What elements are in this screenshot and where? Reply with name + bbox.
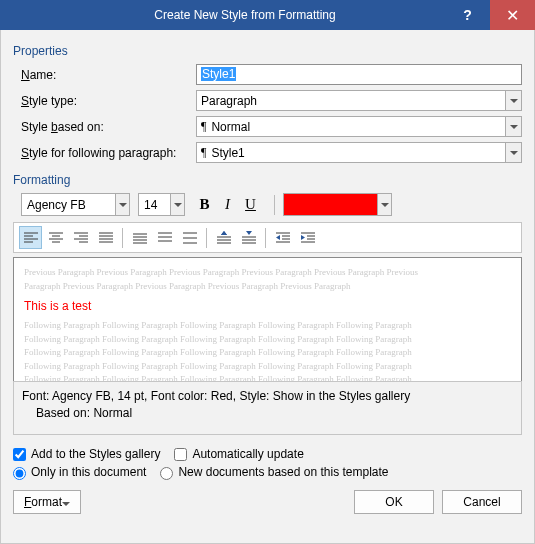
name-label: Name: <box>21 68 196 82</box>
size-combo[interactable]: 14 <box>138 193 185 216</box>
format-button[interactable]: FFormatormat <box>13 490 81 514</box>
align-left-button[interactable] <box>19 226 42 249</box>
style-type-combo[interactable]: Paragraph <box>196 90 522 111</box>
close-button[interactable]: ✕ <box>490 0 535 30</box>
chevron-down-icon[interactable] <box>505 142 522 163</box>
formatting-section: Formatting <box>13 173 522 187</box>
svg-marker-35 <box>246 231 252 235</box>
sample-text: This is a test <box>24 299 511 313</box>
following-paragraph-combo[interactable]: ¶Style1 <box>196 142 522 163</box>
font-color-combo[interactable] <box>283 193 392 216</box>
separator <box>265 228 266 248</box>
align-center-button[interactable] <box>44 226 67 249</box>
chevron-down-icon[interactable] <box>505 116 522 137</box>
align-justify-button[interactable] <box>94 226 117 249</box>
title-bar: Create New Style from Formatting ? ✕ <box>0 0 535 30</box>
following-label: Style for following paragraph: <box>21 146 196 160</box>
size-value: 14 <box>144 198 157 212</box>
indent-inc-button[interactable] <box>296 226 319 249</box>
chevron-down-icon[interactable] <box>115 193 130 216</box>
description-box: Font: Agency FB, 14 pt, Font color: Red,… <box>13 381 522 435</box>
basedon-value: Normal <box>211 120 250 134</box>
color-swatch <box>283 193 378 216</box>
separator <box>274 195 275 215</box>
underline-button[interactable]: U <box>239 193 262 216</box>
ok-button[interactable]: OK <box>354 490 434 514</box>
based-on-combo[interactable]: ¶Normal <box>196 116 522 137</box>
svg-marker-30 <box>221 231 227 235</box>
preview-pane: Previous Paragraph Previous Paragraph Pr… <box>13 257 522 382</box>
pilcrow-icon: ¶ <box>201 119 206 134</box>
pilcrow-icon: ¶ <box>201 145 206 160</box>
name-input[interactable]: Style1 <box>196 64 522 85</box>
font-combo[interactable]: Agency FB <box>21 193 130 216</box>
add-gallery-checkbox[interactable]: Add to the Styles gallery <box>13 447 160 461</box>
paragraph-toolbar <box>13 222 522 253</box>
align-right-button[interactable] <box>69 226 92 249</box>
chevron-down-icon[interactable] <box>170 193 185 216</box>
svg-marker-40 <box>276 235 280 240</box>
styletype-label: Style type: <box>21 94 196 108</box>
basedon-label: Style based on: <box>21 120 196 134</box>
space-before-inc-button[interactable] <box>212 226 235 249</box>
space-before-dec-button[interactable] <box>237 226 260 249</box>
following-value: Style1 <box>211 146 244 160</box>
styletype-value: Paragraph <box>201 94 257 108</box>
spacing-15-button[interactable] <box>153 226 176 249</box>
italic-button[interactable]: I <box>216 193 239 216</box>
help-button[interactable]: ? <box>445 0 490 30</box>
dialog-title: Create New Style from Formatting <box>45 8 445 22</box>
spacing-2-button[interactable] <box>178 226 201 249</box>
auto-update-checkbox[interactable]: Automatically update <box>174 447 303 461</box>
indent-dec-button[interactable] <box>271 226 294 249</box>
chevron-down-icon[interactable] <box>505 90 522 111</box>
cancel-button[interactable]: Cancel <box>442 490 522 514</box>
separator <box>206 228 207 248</box>
svg-marker-45 <box>301 235 305 240</box>
separator <box>122 228 123 248</box>
font-value: Agency FB <box>27 198 86 212</box>
spacing-1-button[interactable] <box>128 226 151 249</box>
bold-button[interactable]: B <box>193 193 216 216</box>
properties-section: Properties <box>13 44 522 58</box>
only-document-radio[interactable]: Only in this document <box>13 465 146 479</box>
new-documents-radio[interactable]: New documents based on this template <box>160 465 388 479</box>
chevron-down-icon[interactable] <box>377 193 392 216</box>
